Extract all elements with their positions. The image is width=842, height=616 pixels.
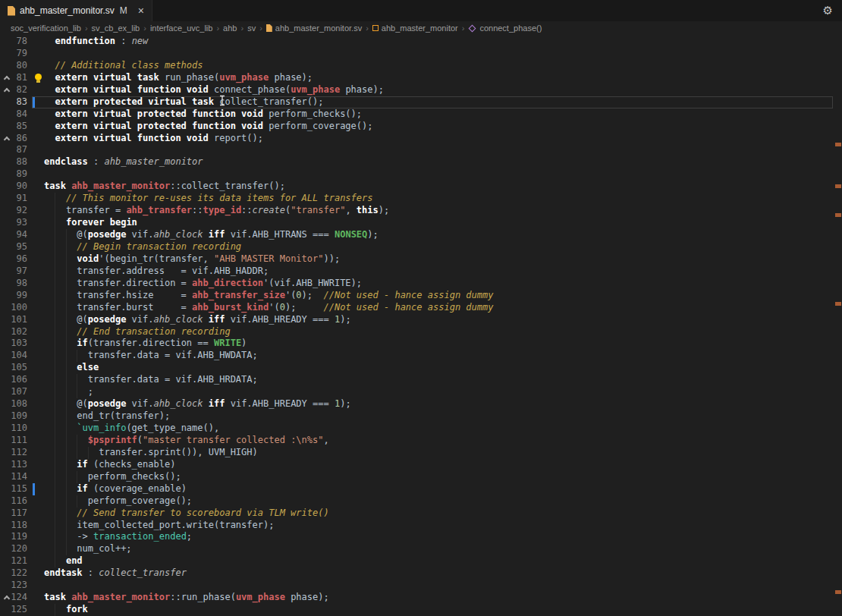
code-text: // Send transfer to scoreboard via TLM w… — [44, 508, 842, 520]
code-line[interactable]: 111 $psprintf("master transfer collected… — [0, 435, 842, 447]
breadcrumb-item-ahb[interactable]: ahb — [223, 24, 237, 33]
code-line[interactable]: 93 forever begin — [0, 217, 842, 229]
indent-guide — [66, 386, 67, 398]
code-line[interactable]: 80 // Additional class methods — [0, 60, 842, 72]
declaration-link-icon[interactable] — [4, 596, 10, 602]
gutter: 112 — [0, 447, 44, 459]
code-line[interactable]: 100 transfer.burst = ahb_burst_kind'(0);… — [0, 302, 842, 314]
breadcrumb-separator: › — [85, 24, 88, 33]
code-text: // Additional class methods — [44, 60, 842, 72]
code-line[interactable]: 110 `uvm_info(get_type_name(), — [0, 423, 842, 435]
code-line[interactable]: 92 transfer = ahb_transfer::type_id::cre… — [0, 205, 842, 217]
code-line[interactable]: 120 num_col++; — [0, 543, 842, 555]
code-line[interactable]: 90task ahb_master_monitor::collect_trans… — [0, 181, 842, 193]
gutter: 81 — [0, 72, 44, 84]
code-line[interactable]: 87 — [0, 144, 842, 156]
indent-guide — [66, 447, 67, 459]
code-line[interactable]: 91 // This monitor re-uses its data item… — [0, 193, 842, 205]
code-text: extern virtual function void connect_pha… — [44, 84, 842, 96]
line-number: 99 — [17, 290, 27, 302]
indent-guide — [55, 241, 55, 253]
gutter: 125 — [0, 604, 44, 616]
code-line[interactable]: 113 if (checks_enable) — [0, 459, 842, 471]
code-line[interactable]: 117 // Send transfer to scoreboard via T… — [0, 508, 842, 520]
code-line[interactable]: 78 endfunction : new — [0, 36, 842, 48]
code-line[interactable]: 89 — [0, 168, 842, 181]
line-number: 113 — [11, 459, 27, 471]
indent-guide — [55, 604, 55, 616]
code-line[interactable]: 79 — [0, 48, 842, 60]
code-text — [44, 48, 842, 60]
code-line[interactable]: 115 if (coverage_enable) — [0, 483, 842, 495]
indent-guide — [77, 495, 77, 508]
gutter: 83 — [0, 96, 44, 108]
code-line[interactable]: 104 transfer.data = vif.AHB_HWDATA; — [0, 350, 842, 362]
settings-gear-icon[interactable]: ⚙ — [823, 4, 833, 17]
code-line[interactable]: 116 perform_coverage(); — [0, 495, 842, 508]
code-editor[interactable]: 78 endfunction : new7980 // Additional c… — [0, 35, 842, 616]
breadcrumb-item-ahb-master-monitor[interactable]: ahb_master_monitor — [372, 24, 458, 33]
code-line[interactable]: 95 // Begin transaction recording — [0, 241, 842, 253]
code-line[interactable]: 102 // End transaction recording — [0, 326, 842, 338]
code-line[interactable]: 107 ; — [0, 386, 842, 398]
code-line[interactable]: 105 else — [0, 362, 842, 374]
line-number: 114 — [11, 471, 27, 483]
code-line[interactable]: 83 extern protected virtual task collect… — [0, 96, 842, 108]
gutter: 90 — [0, 181, 44, 193]
code-line[interactable]: 106 transfer.data = vif.AHB_HRDATA; — [0, 374, 842, 386]
ruler-mark — [835, 302, 841, 306]
indent-guide — [66, 495, 67, 508]
gutter: 94 — [0, 229, 44, 241]
code-line[interactable]: 124task ahb_master_monitor::run_phase(uv… — [0, 592, 842, 604]
line-number: 107 — [11, 386, 27, 398]
tab-ahb-master-monitor[interactable]: ahb_master_monitor.sv M × — [0, 0, 152, 21]
lightbulb-icon[interactable] — [35, 74, 42, 80]
code-line[interactable]: 109 end_tr(transfer); — [0, 410, 842, 423]
code-line[interactable]: 97 transfer.address = vif.AHB_HADDR; — [0, 266, 842, 278]
breadcrumb-item-connect-phase[interactable]: connect_phase() — [468, 24, 542, 33]
breadcrumb-label: ahb_master_monitor — [382, 24, 458, 33]
indent-guide — [55, 362, 55, 374]
breadcrumb-item-ahb-master-monitor-sv[interactable]: ahb_master_monitor.sv — [266, 24, 362, 33]
code-line[interactable]: 98 transfer.direction = ahb_direction'(v… — [0, 278, 842, 290]
code-line[interactable]: 118 item_collected_port.write(transfer); — [0, 520, 842, 532]
line-number: 117 — [11, 508, 27, 520]
declaration-link-icon[interactable] — [4, 136, 10, 142]
code-line[interactable]: 121 end — [0, 555, 842, 567]
gutter: 82 — [0, 84, 44, 96]
breadcrumb-item-sv-cb-ex-lib[interactable]: sv_cb_ex_lib — [92, 24, 140, 33]
overview-ruler[interactable] — [834, 35, 842, 616]
gutter: 115 — [0, 483, 44, 495]
code-line[interactable]: 96 void'(begin_tr(transfer, "AHB MASTER … — [0, 253, 842, 266]
code-line[interactable]: 101 @(posedge vif.ahb_clock iff vif.AHB_… — [0, 314, 842, 326]
code-line[interactable]: 114 perform_checks(); — [0, 471, 842, 483]
code-line[interactable]: 103 if(transfer.direction == WRITE) — [0, 338, 842, 350]
code-line[interactable]: 84 extern virtual protected function voi… — [0, 108, 842, 121]
code-line[interactable]: 125 fork — [0, 604, 842, 616]
close-icon[interactable]: × — [138, 5, 144, 16]
declaration-link-icon[interactable] — [4, 76, 10, 82]
code-line[interactable]: 122endtask : collect_transfer — [0, 567, 842, 580]
code-line[interactable]: 99 transfer.hsize = ahb_transfer_size'(0… — [0, 290, 842, 302]
code-line[interactable]: 82 extern virtual function void connect_… — [0, 84, 842, 96]
code-line[interactable]: 112 transfer.sprint()), UVM_HIGH) — [0, 447, 842, 459]
breadcrumb-item-interface-uvc-lib[interactable]: interface_uvc_lib — [150, 24, 213, 33]
gutter: 79 — [0, 48, 44, 60]
line-number: 91 — [17, 193, 27, 205]
code-line[interactable]: 108 @(posedge vif.ahb_clock iff vif.AHB_… — [0, 398, 842, 410]
code-text: transfer = ahb_transfer::type_id::create… — [44, 205, 842, 217]
code-line[interactable]: 81 extern virtual task run_phase(uvm_pha… — [0, 72, 842, 84]
code-line[interactable]: 85 extern virtual protected function voi… — [0, 121, 842, 133]
line-number: 123 — [11, 580, 27, 592]
indent-guide — [66, 253, 67, 266]
breadcrumb-item-sv[interactable]: sv — [247, 24, 256, 33]
code-line[interactable]: 88endclass : ahb_master_monitor — [0, 156, 842, 168]
code-line[interactable]: 119 -> transaction_ended; — [0, 531, 842, 543]
code-text: void'(begin_tr(transfer, "AHB MASTER Mon… — [44, 253, 842, 266]
code-line[interactable]: 86 extern virtual function void report()… — [0, 133, 842, 145]
declaration-link-icon[interactable] — [4, 88, 10, 94]
breadcrumb-label: soc_verification_lib — [11, 24, 81, 33]
breadcrumb-item-soc-verification-lib[interactable]: soc_verification_lib — [11, 24, 81, 33]
code-line[interactable]: 94 @(posedge vif.ahb_clock iff vif.AHB_H… — [0, 229, 842, 241]
code-line[interactable]: 123 — [0, 580, 842, 592]
